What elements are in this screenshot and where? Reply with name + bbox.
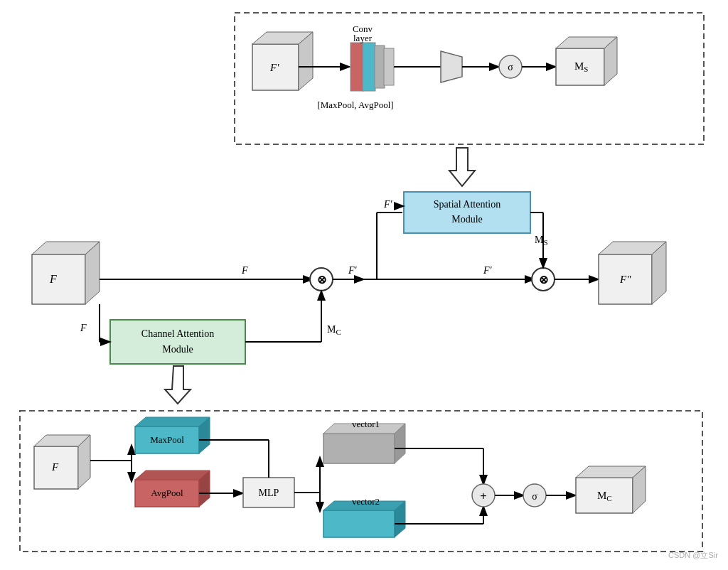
channel-attention-label2: Module bbox=[162, 344, 193, 355]
ms-label-mid: MS bbox=[535, 235, 548, 247]
conv-red-layer bbox=[350, 43, 363, 91]
main-f-box bbox=[32, 254, 85, 304]
channel-attention-label1: Channel Attention bbox=[141, 328, 214, 339]
arrow-down-spatial bbox=[449, 148, 475, 186]
main-diagram: F' Conv layer σ MS bbox=[0, 0, 728, 570]
mc-label: MC bbox=[327, 324, 341, 336]
vector1-box bbox=[323, 434, 395, 463]
f-prime-to-sam-label: F' bbox=[383, 199, 393, 210]
maxpool-label: MaxPool bbox=[150, 434, 184, 445]
svg-marker-12 bbox=[135, 470, 210, 480]
mlp-label: MLP bbox=[259, 488, 279, 498]
diagram-container: F' Conv layer σ MS bbox=[0, 0, 728, 570]
conv-gray1 bbox=[375, 45, 385, 88]
spatial-attention-label2: Module bbox=[451, 214, 483, 225]
channel-attention-module-box bbox=[110, 320, 245, 364]
conv-blue-layer bbox=[363, 43, 375, 91]
f-label-above-arrow: F bbox=[241, 265, 248, 276]
main-f-label: F bbox=[49, 273, 57, 285]
arrow-down-channel bbox=[165, 366, 191, 404]
sigmoid-symbol-bottom: σ bbox=[532, 491, 537, 502]
watermark: CSDN @立Sir bbox=[668, 551, 718, 559]
spatial-attention-label1: Spatial Attention bbox=[434, 199, 501, 210]
sigmoid-symbol-top: σ bbox=[508, 62, 513, 72]
spatial-attention-module-box bbox=[404, 192, 530, 233]
f-to-cam-label: F bbox=[80, 323, 87, 333]
conv-layer-label2: layer bbox=[353, 33, 373, 43]
vector1-label: vector1 bbox=[352, 419, 380, 429]
f-prime-mid-label: F' bbox=[348, 265, 358, 276]
channel-f-label: F bbox=[51, 461, 59, 473]
spatial-f-prime-label: F' bbox=[269, 62, 279, 73]
vector2-label: vector2 bbox=[352, 496, 380, 507]
multiply-symbol-1: ⊗ bbox=[317, 274, 326, 286]
svg-marker-10 bbox=[135, 417, 210, 426]
conv-funnel bbox=[441, 51, 462, 82]
multiply-symbol-2: ⊗ bbox=[539, 274, 548, 286]
conv-gray2 bbox=[384, 48, 394, 85]
f-prime-label-right: F' bbox=[483, 265, 493, 276]
plus-symbol: + bbox=[480, 490, 486, 502]
avgpool-label: AvgPool bbox=[151, 488, 183, 498]
maxpool-avgpool-label: [MaxPool, AvgPool] bbox=[317, 100, 393, 110]
f-double-prime-label: F" bbox=[619, 274, 631, 285]
vector2-box bbox=[323, 510, 395, 537]
